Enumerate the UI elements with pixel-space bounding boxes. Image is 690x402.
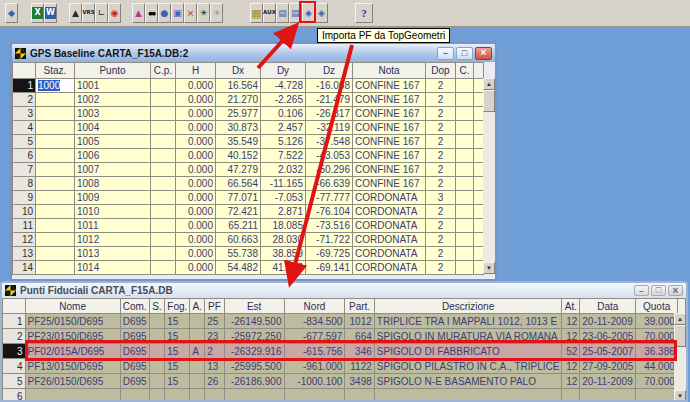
row-number-cell[interactable]: 8 [13, 177, 36, 191]
table-cell[interactable]: 2.457 [261, 121, 306, 135]
table-cell[interactable]: -69.725 [306, 247, 353, 261]
table-row[interactable]: 710070.00047.2792.032-50.296CONFINE 1672 [13, 163, 484, 177]
table-cell[interactable]: 2 [426, 107, 456, 121]
column-header[interactable]: H [176, 63, 216, 79]
table-cell[interactable] [151, 135, 176, 149]
table-cell[interactable]: 1005 [75, 135, 151, 149]
row-number-cell[interactable]: 2 [3, 329, 26, 344]
table-cell[interactable]: -37.548 [306, 135, 353, 149]
column-header[interactable]: C.p. [151, 63, 176, 79]
table-cell[interactable] [36, 247, 75, 261]
table-cell[interactable] [456, 121, 474, 135]
table-cell[interactable]: -4.728 [261, 79, 306, 93]
close-button[interactable] [668, 285, 683, 296]
table-cell[interactable]: CONFINE 167 [353, 163, 426, 177]
help-button[interactable]: ? [355, 3, 373, 23]
table-cell[interactable]: 20-11-2009 [580, 374, 636, 389]
import-pf-secondary-icon[interactable]: ◈ [315, 3, 328, 23]
spheres-pair-icon[interactable]: ●● [145, 3, 158, 23]
table-cell[interactable] [456, 247, 474, 261]
cube-icon[interactable]: ◆ [5, 3, 18, 23]
table-cell[interactable]: 55.738 [216, 247, 261, 261]
table-cell[interactable]: CONFINE 167 [353, 107, 426, 121]
column-header[interactable]: Dz [306, 63, 353, 79]
table-cell[interactable]: 1009 [75, 191, 151, 205]
table-cell[interactable]: 0.000 [176, 135, 216, 149]
table-cell[interactable] [345, 389, 374, 402]
table-cell[interactable]: 70.000 [636, 374, 677, 389]
table-cell[interactable]: 25.977 [216, 107, 261, 121]
table-cell[interactable]: -26149.500 [224, 314, 284, 329]
table-cell[interactable]: 0.000 [176, 149, 216, 163]
table-cell[interactable]: -76.104 [306, 205, 353, 219]
table-cell[interactable]: 2 [426, 177, 456, 191]
table-cell[interactable]: 7.522 [261, 149, 306, 163]
table-cell[interactable] [149, 374, 165, 389]
table-cell[interactable] [36, 121, 75, 135]
table-cell[interactable]: 3 [426, 191, 456, 205]
table-cell[interactable] [36, 191, 75, 205]
delete-lines-icon[interactable]: × [184, 3, 197, 23]
table-cell[interactable] [151, 163, 176, 177]
table-cell[interactable]: 3498 [345, 374, 374, 389]
table-cell[interactable] [562, 389, 580, 402]
table-cell[interactable]: -43.053 [306, 149, 353, 163]
table-cell[interactable]: 0.000 [176, 79, 216, 93]
table-cell[interactable]: 35.549 [216, 135, 261, 149]
row-number-cell[interactable]: 1 [3, 314, 26, 329]
row-number-cell[interactable]: 4 [13, 121, 36, 135]
row-number-cell[interactable]: 3 [3, 344, 26, 359]
table-cell[interactable] [151, 177, 176, 191]
table-cell[interactable] [456, 135, 474, 149]
table-cell[interactable] [474, 233, 484, 247]
table-cell[interactable] [456, 205, 474, 219]
maximize-button[interactable] [651, 285, 666, 296]
column-header[interactable]: PF [205, 299, 225, 314]
table-row[interactable]: 1PF25/0150/D695D6951525-26149.500-834.50… [3, 314, 686, 329]
gps-window-titlebar[interactable]: GPS Baseline CARTA_F15A.DB:2 [12, 44, 495, 62]
table-cell[interactable]: 1008 [75, 177, 151, 191]
word-icon[interactable]: W [44, 3, 57, 23]
baseline-pair-icon[interactable]: ▣ [171, 3, 184, 23]
vrs-icon[interactable]: VRS [82, 3, 95, 23]
table-cell[interactable]: 40.152 [216, 149, 261, 163]
table-cell[interactable]: 0.000 [176, 121, 216, 135]
table-cell[interactable]: CONFINE 167 [353, 93, 426, 107]
table-cell[interactable]: 2 [426, 79, 456, 93]
table-cell[interactable]: CORDONATA [353, 219, 426, 233]
table-cell[interactable] [456, 177, 474, 191]
table-cell[interactable]: 0.000 [176, 247, 216, 261]
table-cell[interactable] [636, 389, 677, 402]
close-button[interactable] [475, 47, 492, 60]
table-cell[interactable] [474, 121, 484, 135]
table-cell[interactable]: 2 [426, 233, 456, 247]
table-cell[interactable]: 54.482 [216, 261, 261, 275]
table-cell[interactable] [151, 247, 176, 261]
table-cell[interactable]: -32.119 [306, 121, 353, 135]
column-header[interactable]: Staz. [36, 63, 75, 79]
table-row[interactable]: 6 [3, 389, 686, 402]
row-number-cell[interactable]: 14 [13, 261, 36, 275]
column-header[interactable]: Nome [25, 299, 120, 314]
table-cell[interactable]: CORDONATA [353, 205, 426, 219]
table-cell[interactable] [190, 314, 205, 329]
table-cell[interactable] [456, 219, 474, 233]
table-cell[interactable]: 2.032 [261, 163, 306, 177]
table-cell[interactable] [36, 93, 75, 107]
table-cell[interactable] [36, 107, 75, 121]
table-cell[interactable] [474, 163, 484, 177]
table-grid-icon[interactable]: ▦ [250, 3, 263, 23]
table-cell[interactable]: -50.296 [306, 163, 353, 177]
scroll-down-button[interactable] [674, 390, 686, 402]
table-cell[interactable]: -21.479 [306, 93, 353, 107]
table-cell[interactable] [474, 135, 484, 149]
table-row[interactable]: 510050.00035.5495.126-37.548CONFINE 1672 [13, 135, 484, 149]
table-cell[interactable] [151, 219, 176, 233]
radiate-disabled-icon[interactable]: ☀ [210, 3, 223, 23]
table-cell[interactable] [474, 205, 484, 219]
table-cell[interactable]: -834.500 [284, 314, 345, 329]
table-cell[interactable]: 2 [426, 135, 456, 149]
row-number-cell[interactable]: 3 [13, 107, 36, 121]
row-number-cell[interactable]: 11 [13, 219, 36, 233]
table-cell[interactable] [474, 191, 484, 205]
